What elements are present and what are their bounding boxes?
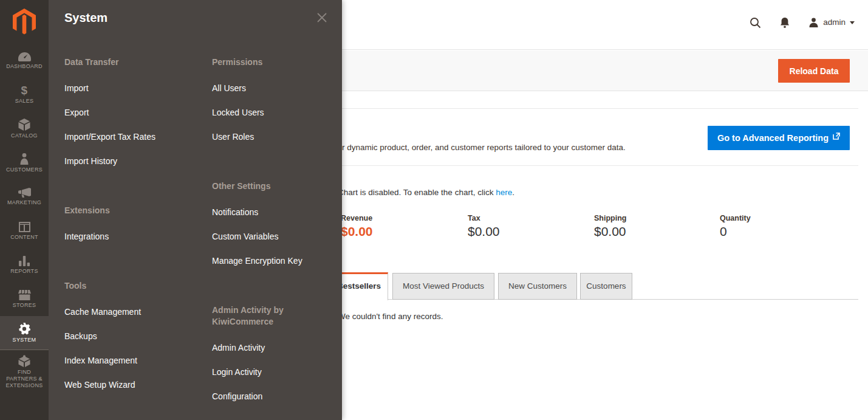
metric-value: $0.00 [594,224,716,239]
flyout-column-right: Permissions All Users Locked Users User … [212,57,330,420]
sidebar-item-stores[interactable]: STORES [0,282,49,316]
section-other-settings: Other Settings Notifications Custom Vari… [212,181,330,273]
sidebar-item-sales[interactable]: $ SALES [0,78,49,112]
menu-item-login-activity[interactable]: Login Activity [212,360,330,384]
sidebar-item-label: REPORTS [2,268,46,275]
menu-item-all-users[interactable]: All Users [212,76,330,100]
chart-notice-period: . [512,188,514,197]
sidebar-item-reports[interactable]: REPORTS [0,248,49,282]
metric-label: Tax [468,214,589,222]
sidebar-item-label: MARKETING [2,199,46,206]
enable-chart-link[interactable]: here [496,188,512,197]
chart-disabled-notice: Chart is disabled. To enable the chart, … [338,188,514,197]
person-icon [20,153,29,165]
chevron-down-icon [850,21,855,24]
section-title: Admin Activity by KiwiCommerce [212,305,330,328]
sidebar-item-dashboard[interactable]: DASHBOARD [0,44,49,78]
empty-records-message: We couldn't find any records. [338,312,443,321]
menu-item-import-export-tax-rates[interactable]: Import/Export Tax Rates [64,125,212,149]
sidebar-item-label: CUSTOMERS [2,167,46,173]
metric-tax: Tax $0.00 [468,214,589,239]
section-extensions: Extensions Integrations [64,205,212,249]
menu-item-backups[interactable]: Backups [64,324,212,348]
section-title: Permissions [212,57,330,68]
notifications-bell-icon[interactable] [779,17,790,31]
menu-item-custom-variables[interactable]: Custom Variables [212,224,330,249]
magento-logo[interactable] [0,0,49,44]
flyout-column-left: Data Transfer Import Export Import/Expor… [64,57,212,420]
system-flyout-menu: System Data Transfer Import Export Impor… [49,0,342,420]
admin-sidebar: DASHBOARD $ SALES CATALOG CUSTOMERS MARK… [0,0,49,420]
menu-item-admin-activity[interactable]: Admin Activity [212,336,330,360]
menu-item-index-management[interactable]: Index Management [64,348,212,373]
sidebar-item-catalog[interactable]: CATALOG [0,112,49,146]
storefront-icon [18,290,31,300]
search-icon[interactable] [750,17,761,31]
menu-item-import[interactable]: Import [64,76,212,100]
section-admin-activity: Admin Activity by KiwiCommerce Admin Act… [212,305,330,408]
box-icon [18,119,30,131]
menu-item-cache-management[interactable]: Cache Management [64,300,212,324]
sidebar-item-label: CATALOG [2,133,46,139]
chart-notice-text: Chart is disabled. To enable the chart, … [338,188,496,197]
sidebar-item-label: DASHBOARD [2,63,46,70]
sidebar-item-system[interactable]: SYSTEM [0,316,49,350]
sidebar-item-content[interactable]: CONTENT [0,214,49,248]
sidebar-item-label: FIND PARTNERS & EXTENSIONS [2,369,46,389]
sidebar-item-marketing[interactable]: MARKETING [0,180,49,214]
metric-quantity: Quantity 0 [720,214,841,239]
user-menu[interactable]: admin [808,17,855,27]
metric-value: 0 [720,224,841,239]
external-link-icon [833,133,840,140]
bar-chart-icon [19,256,30,266]
section-permissions: Permissions All Users Locked Users User … [212,57,330,149]
advanced-reporting-button-label: Go to Advanced Reporting [717,133,829,143]
go-to-advanced-reporting-button[interactable]: Go to Advanced Reporting [708,126,850,150]
metric-shipping: Shipping $0.00 [594,214,716,239]
megaphone-icon [18,188,31,198]
metric-value: $0.00 [341,224,462,239]
user-avatar-icon [808,17,819,27]
sidebar-item-label: SALES [2,98,46,105]
tab-customers[interactable]: Customers [580,273,632,300]
menu-item-user-roles[interactable]: User Roles [212,125,330,149]
gear-icon [18,323,30,335]
menu-item-configuration[interactable]: Configuration [212,384,330,408]
menu-item-export[interactable]: Export [64,100,212,125]
sidebar-item-label: SYSTEM [2,337,46,343]
menu-item-notifications[interactable]: Notifications [212,200,330,224]
metric-label: Shipping [594,214,716,222]
dollar-icon: $ [21,85,28,96]
metric-revenue: Revenue $0.00 [341,214,462,239]
metric-label: Revenue [341,214,462,222]
close-icon[interactable] [316,12,327,26]
reload-data-button[interactable]: Reload Data [778,59,850,83]
sidebar-item-label: CONTENT [2,234,46,241]
menu-item-manage-encryption-key[interactable]: Manage Encryption Key [212,249,330,273]
sidebar-item-label: STORES [2,302,46,309]
puzzle-box-icon [18,355,31,367]
metric-label: Quantity [720,214,841,222]
sidebar-item-find-partners-extensions[interactable]: FIND PARTNERS & EXTENSIONS [0,350,49,394]
advanced-reporting-description: r dynamic product, order, and customer r… [342,143,626,152]
section-title: Data Transfer [64,57,212,68]
tab-most-viewed-products[interactable]: Most Viewed Products [392,273,494,300]
username-label: admin [823,18,846,27]
section-data-transfer: Data Transfer Import Export Import/Expor… [64,57,212,173]
menu-item-web-setup-wizard[interactable]: Web Setup Wizard [64,373,212,397]
flyout-title: System [64,11,108,25]
menu-item-integrations[interactable]: Integrations [64,224,212,249]
section-tools: Tools Cache Management Backups Index Man… [64,280,212,397]
section-title: Other Settings [212,181,330,192]
menu-item-import-history[interactable]: Import History [64,149,212,173]
metric-value: $0.00 [468,224,589,239]
layout-icon [19,222,30,232]
tab-new-customers[interactable]: New Customers [498,273,577,300]
gauge-icon [18,52,31,61]
section-title: Tools [64,280,212,292]
menu-item-locked-users[interactable]: Locked Users [212,100,330,125]
sidebar-item-customers[interactable]: CUSTOMERS [0,146,49,180]
section-title: Extensions [64,205,212,216]
